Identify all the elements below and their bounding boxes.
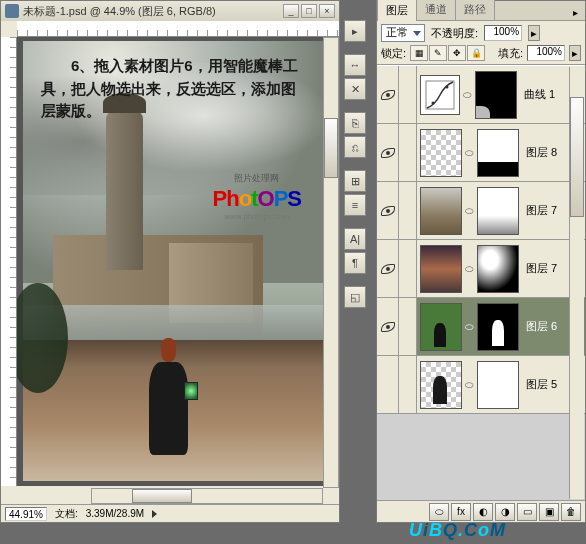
scene-figure xyxy=(149,323,188,455)
link-icon: ⬭ xyxy=(465,205,474,217)
tool-styles-icon[interactable]: ≡ xyxy=(344,194,366,216)
layer-row[interactable]: ⬭ 图层 8 xyxy=(377,124,585,182)
tool-character-icon[interactable]: A| xyxy=(344,228,366,250)
close-button[interactable]: × xyxy=(319,4,335,18)
fill-field[interactable]: 100% xyxy=(527,45,565,61)
svg-point-2 xyxy=(446,85,449,88)
link-icon: ⬭ xyxy=(463,89,472,101)
visibility-toggle[interactable] xyxy=(377,66,399,123)
filesize-value: 3.39M/28.9M xyxy=(86,508,144,519)
titlebar: 未标题-1.psd @ 44.9% (图层 6, RGB/8) _ □ × xyxy=(1,1,339,21)
visibility-toggle[interactable] xyxy=(377,298,399,355)
filesize-label: 文档: xyxy=(55,507,78,521)
options-toolstrip: ▸ ↔ ✕ ⎘ ⎌ ⊞ ≡ A| ¶ ◱ xyxy=(344,20,366,308)
eye-icon xyxy=(381,322,395,332)
layer-row[interactable]: ⬭ 图层 7 xyxy=(377,240,585,298)
add-mask-button[interactable]: ◐ xyxy=(473,503,493,521)
layer-row[interactable]: ⬭ 曲线 1 xyxy=(377,66,585,124)
lock-transparency-icon[interactable]: ▦ xyxy=(410,45,428,61)
maximize-button[interactable]: □ xyxy=(301,4,317,18)
link-layers-button[interactable]: ⬭ xyxy=(429,503,449,521)
link-icon: ⬭ xyxy=(465,321,474,333)
fill-label: 填充: xyxy=(498,46,523,61)
opacity-field[interactable]: 100% xyxy=(484,25,522,41)
visibility-toggle[interactable] xyxy=(377,124,399,181)
delete-layer-button[interactable]: 🗑 xyxy=(561,503,581,521)
mask-thumb[interactable] xyxy=(477,303,519,351)
panel-tabs: 图层 通道 路径 ▸ xyxy=(377,1,585,21)
eye-icon xyxy=(381,148,395,158)
panel-menu-icon[interactable]: ▸ xyxy=(567,4,583,20)
link-column[interactable] xyxy=(399,182,417,239)
layer-thumb[interactable] xyxy=(420,187,462,235)
adjustment-thumb[interactable] xyxy=(420,75,460,115)
layer-thumb[interactable] xyxy=(420,245,462,293)
svg-point-1 xyxy=(432,101,435,104)
statusbar-menu-arrow[interactable] xyxy=(152,510,157,518)
tool-swatches-icon[interactable]: ⊞ xyxy=(344,170,366,192)
opacity-label: 不透明度: xyxy=(431,26,478,41)
lock-all-icon[interactable]: 🔒 xyxy=(467,45,485,61)
fill-arrow-icon[interactable]: ▸ xyxy=(569,45,581,61)
lock-position-icon[interactable]: ✥ xyxy=(448,45,466,61)
panel-footer: ⬭ fx ◐ ◑ ▭ ▣ 🗑 xyxy=(377,500,585,522)
layers-panel: 图层 通道 路径 ▸ 正常 不透明度: 100% ▸ 锁定: ▦ ✎ ✥ 🔒 填… xyxy=(376,0,586,523)
document-window: 未标题-1.psd @ 44.9% (图层 6, RGB/8) _ □ × 6、… xyxy=(0,0,340,523)
layer-thumb[interactable] xyxy=(420,129,462,177)
tool-info-icon[interactable]: ◱ xyxy=(344,286,366,308)
mask-thumb[interactable] xyxy=(477,245,519,293)
statusbar: 44.91% 文档: 3.39M/28.9M xyxy=(1,504,339,522)
lock-pixels-icon[interactable]: ✎ xyxy=(429,45,447,61)
tool-paragraph-icon[interactable]: ¶ xyxy=(344,252,366,274)
new-group-button[interactable]: ▭ xyxy=(517,503,537,521)
new-layer-button[interactable]: ▣ xyxy=(539,503,559,521)
canvas[interactable]: 6、拖入素材图片6，用智能魔棒工具，把人物选出来，反选选区，添加图层蒙版。 照片… xyxy=(23,41,323,481)
vertical-scrollbar[interactable] xyxy=(323,37,339,488)
panel-scrollbar[interactable] xyxy=(569,67,584,499)
minimize-button[interactable]: _ xyxy=(283,4,299,18)
photops-logo: 照片处理网 PhotOPS www.photops.com xyxy=(213,171,301,221)
panel-options: 正常 不透明度: 100% ▸ 锁定: ▦ ✎ ✥ 🔒 填充: 100% ▸ xyxy=(377,21,585,65)
mask-thumb[interactable] xyxy=(477,129,519,177)
mask-thumb[interactable] xyxy=(477,361,519,409)
link-icon: ⬭ xyxy=(465,147,474,159)
link-column[interactable] xyxy=(399,66,417,123)
ruler-vertical[interactable] xyxy=(1,37,17,486)
layer-fx-button[interactable]: fx xyxy=(451,503,471,521)
canvas-area[interactable]: 6、拖入素材图片6，用智能魔棒工具，把人物选出来，反选选区，添加图层蒙版。 照片… xyxy=(17,37,323,486)
link-column[interactable] xyxy=(399,356,417,413)
zoom-field[interactable]: 44.91% xyxy=(5,507,47,521)
tab-layers[interactable]: 图层 xyxy=(377,0,417,21)
eye-icon xyxy=(381,90,395,100)
link-column[interactable] xyxy=(399,298,417,355)
tool-collapse-icon[interactable]: ▸ xyxy=(344,20,366,42)
tool-navigator-icon[interactable]: ↔ xyxy=(344,54,366,76)
opacity-arrow-icon[interactable]: ▸ xyxy=(528,25,540,41)
tool-history-icon[interactable]: ⎘ xyxy=(344,112,366,134)
layer-row[interactable]: ⬭ 图层 6 xyxy=(377,298,585,356)
blend-mode-select[interactable]: 正常 xyxy=(381,24,425,42)
visibility-toggle[interactable] xyxy=(377,182,399,239)
layer-row[interactable]: ⬭ 图层 5 xyxy=(377,356,585,414)
app-icon xyxy=(5,4,19,18)
link-column[interactable] xyxy=(399,124,417,181)
visibility-toggle[interactable] xyxy=(377,240,399,297)
layer-row[interactable]: ⬭ 图层 7 xyxy=(377,182,585,240)
layers-list: ⬭ 曲线 1 ⬭ 图层 8 ⬭ 图层 7 xyxy=(377,65,585,500)
layer-thumb[interactable] xyxy=(420,361,462,409)
mask-thumb[interactable] xyxy=(477,187,519,235)
ruler-horizontal[interactable] xyxy=(17,21,339,37)
instruction-text: 6、拖入素材图片6，用智能魔棒工具，把人物选出来，反选选区，添加图层蒙版。 xyxy=(41,55,305,123)
eye-icon xyxy=(381,206,395,216)
horizontal-scrollbar[interactable] xyxy=(91,488,323,504)
adjustment-layer-button[interactable]: ◑ xyxy=(495,503,515,521)
tab-channels[interactable]: 通道 xyxy=(416,0,456,20)
link-column[interactable] xyxy=(399,240,417,297)
visibility-toggle[interactable] xyxy=(377,356,399,413)
mask-thumb[interactable] xyxy=(475,71,517,119)
layer-thumb[interactable] xyxy=(420,303,462,351)
tab-paths[interactable]: 路径 xyxy=(455,0,495,20)
lock-label: 锁定: xyxy=(381,46,406,61)
tool-close-group-icon[interactable]: ✕ xyxy=(344,78,366,100)
tool-actions-icon[interactable]: ⎌ xyxy=(344,136,366,158)
